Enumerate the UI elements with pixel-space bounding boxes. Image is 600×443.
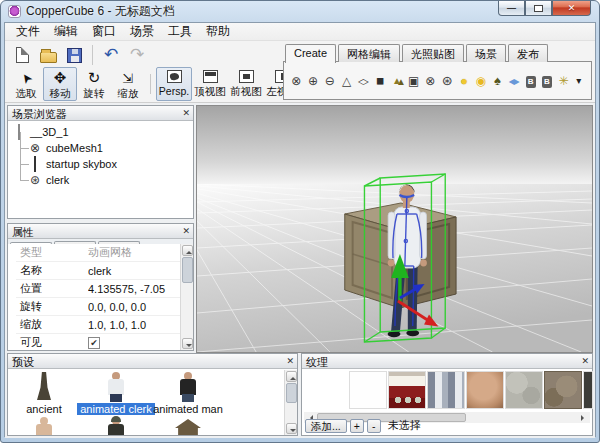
billboard-icon[interactable]: B xyxy=(526,76,536,88)
save-button[interactable] xyxy=(61,44,87,66)
tab-publish[interactable]: 发布 xyxy=(508,44,548,62)
menu-scene[interactable]: 场景 xyxy=(123,22,161,41)
preset-item-animated-clerk[interactable]: animated clerk xyxy=(80,370,152,415)
new-document-button[interactable] xyxy=(9,44,35,66)
menu-help[interactable]: 帮助 xyxy=(199,22,237,41)
close-button[interactable]: ✕ xyxy=(552,1,591,16)
panel-close-icon[interactable]: ✕ xyxy=(182,225,190,237)
particle-system-icon[interactable]: ✳ xyxy=(557,72,571,90)
add-texture-button[interactable]: 添加... xyxy=(305,419,347,433)
preset-item-ancient[interactable]: ancient xyxy=(8,370,80,415)
panel-close-icon[interactable]: ✕ xyxy=(182,107,190,119)
preset-item[interactable] xyxy=(8,415,80,435)
rotate-mode-button[interactable]: ↻ 旋转 xyxy=(77,67,111,101)
visible-checkbox[interactable]: ✔ xyxy=(88,337,100,349)
properties-table: 类型 动画网格 名称 clerk 位置 4.135575, -7.05 旋转 0… xyxy=(8,244,180,350)
panel-close-icon[interactable]: ✕ xyxy=(286,355,294,367)
preset-item[interactable] xyxy=(80,415,152,435)
properties-scrollbar[interactable] xyxy=(180,244,193,350)
select-mode-button[interactable]: ➤ 选取 xyxy=(9,67,43,101)
redo-button[interactable]: ↷ xyxy=(124,44,150,66)
properties-panel: 属性 ✕ 参数 材质 行为 类型 动画网格 名称 clerk xyxy=(7,223,194,351)
billboard-text-icon[interactable]: B xyxy=(542,76,552,88)
preset-item[interactable] xyxy=(152,415,224,435)
texture-thumbnail-dark[interactable] xyxy=(583,371,593,409)
sphere-icon[interactable]: ⊕ xyxy=(306,72,320,90)
title-bar[interactable]: CopperCube 6 - 无标题文档 — ✕ xyxy=(1,1,599,22)
cursor-icon: ➤ xyxy=(15,69,37,89)
rotate-icon: ↻ xyxy=(88,68,101,87)
property-row-type: 类型 动画网格 xyxy=(16,244,180,262)
cone-icon[interactable]: △ xyxy=(340,72,354,90)
viewport[interactable] xyxy=(196,105,593,353)
redo-icon: ↷ xyxy=(130,46,144,64)
texture-thumbnail-rust[interactable] xyxy=(544,371,582,409)
open-button[interactable] xyxy=(35,44,61,66)
tree-item-root[interactable]: __3D_1 xyxy=(12,124,193,140)
scale-mode-button[interactable]: ⇲ 缩放 xyxy=(111,67,145,101)
scene-browser-panel: 场景浏览器 ✕ __3D_1 ⊗ cubeMesh1 startup skybo… xyxy=(7,105,194,219)
cylinder-icon[interactable]: ⊖ xyxy=(323,72,337,90)
camera-icon[interactable]: ◼ xyxy=(373,72,387,90)
property-row-position[interactable]: 位置 4.135575, -7.05 xyxy=(16,280,180,298)
preset-thumbnail xyxy=(24,417,64,435)
cube-icon[interactable]: ⊗ xyxy=(290,72,304,90)
top-view-button[interactable]: 顶视图 xyxy=(192,67,228,101)
preset-thumbnail xyxy=(96,372,136,402)
mesh-icon[interactable]: ⊗ xyxy=(424,72,438,90)
presets-scrollbar[interactable] xyxy=(284,370,297,435)
zoom-in-button[interactable]: + xyxy=(350,419,364,433)
toolbar: ↶ ↷ ➤ 选取 ✥ 移动 ↻ 旋转 ⇲ 缩放 xyxy=(5,41,595,103)
menu-file[interactable]: 文件 xyxy=(9,22,47,41)
light-icon[interactable]: ● xyxy=(457,72,471,90)
undo-button[interactable]: ↶ xyxy=(98,44,124,66)
scrollbar-thumb[interactable] xyxy=(286,383,297,403)
spot-light-icon[interactable]: ◉ xyxy=(474,72,488,90)
property-row-name[interactable]: 名称 clerk xyxy=(16,262,180,280)
scrollbar-thumb[interactable] xyxy=(182,257,193,283)
scroll-down-icon[interactable] xyxy=(286,423,297,434)
animated-mesh-icon[interactable]: ⊛ xyxy=(440,72,454,90)
room-icon[interactable]: ▣ xyxy=(407,72,421,90)
zoom-out-button[interactable]: - xyxy=(367,419,381,433)
tab-scene[interactable]: 场景 xyxy=(466,44,506,62)
water-icon[interactable]: ◆ xyxy=(507,76,521,86)
texture-thumbnail-stone[interactable] xyxy=(505,371,543,409)
move-mode-button[interactable]: ✥ 移动 xyxy=(43,67,77,101)
tree-item-skybox[interactable]: startup skybox xyxy=(12,156,193,172)
scroll-right-icon[interactable] xyxy=(581,415,587,421)
more-dropdown-icon[interactable]: ▾ xyxy=(572,72,586,90)
maximize-button[interactable] xyxy=(525,1,552,16)
menu-tools[interactable]: 工具 xyxy=(161,22,199,41)
minimize-button[interactable]: — xyxy=(498,1,525,16)
scroll-up-icon[interactable] xyxy=(286,371,297,382)
front-view-icon xyxy=(239,70,254,83)
texture-thumbnail-face[interactable] xyxy=(466,371,504,409)
panel-close-icon[interactable]: ✕ xyxy=(581,355,589,367)
tab-create[interactable]: Create xyxy=(285,44,336,63)
maximize-icon xyxy=(534,5,543,12)
perspective-view-button[interactable]: Persp. xyxy=(156,67,192,101)
property-row-visible[interactable]: 可见 ✔ xyxy=(16,334,180,350)
tree-item-cubemesh[interactable]: ⊗ cubeMesh1 xyxy=(12,140,193,156)
scroll-down-icon[interactable] xyxy=(182,338,193,349)
property-row-scale[interactable]: 缩放 1.0, 1.0, 1.0 xyxy=(16,316,180,334)
tree-icon[interactable]: ♠ xyxy=(491,72,505,90)
texture-thumbnail-teeth[interactable] xyxy=(388,371,426,409)
property-row-rotation[interactable]: 旋转 0.0, 0.0, 0.0 xyxy=(16,298,180,316)
plane-icon[interactable]: ◇ xyxy=(357,76,371,86)
app-window: CopperCube 6 - 无标题文档 — ✕ 文件 编辑 窗口 场景 工具 … xyxy=(0,0,600,443)
menu-edit[interactable]: 编辑 xyxy=(47,22,85,41)
bottom-area: 预设 ✕ ancient animated clerk xyxy=(5,353,595,438)
front-view-button[interactable]: 前视图 xyxy=(228,67,264,101)
tab-lightmap[interactable]: 光照贴图 xyxy=(402,44,464,62)
undo-icon: ↶ xyxy=(104,46,118,64)
tree-item-clerk[interactable]: ⊛ clerk xyxy=(12,172,193,188)
preset-item-animated-man[interactable]: animated man xyxy=(152,370,224,415)
texture-thumbnail-white[interactable] xyxy=(349,371,387,409)
tab-mesh-editing[interactable]: 网格编辑 xyxy=(338,44,400,62)
scroll-up-icon[interactable] xyxy=(182,245,193,256)
terrain-icon[interactable]: ▲ xyxy=(390,72,404,90)
menu-window[interactable]: 窗口 xyxy=(85,22,123,41)
texture-thumbnail-clothing[interactable] xyxy=(427,371,465,409)
